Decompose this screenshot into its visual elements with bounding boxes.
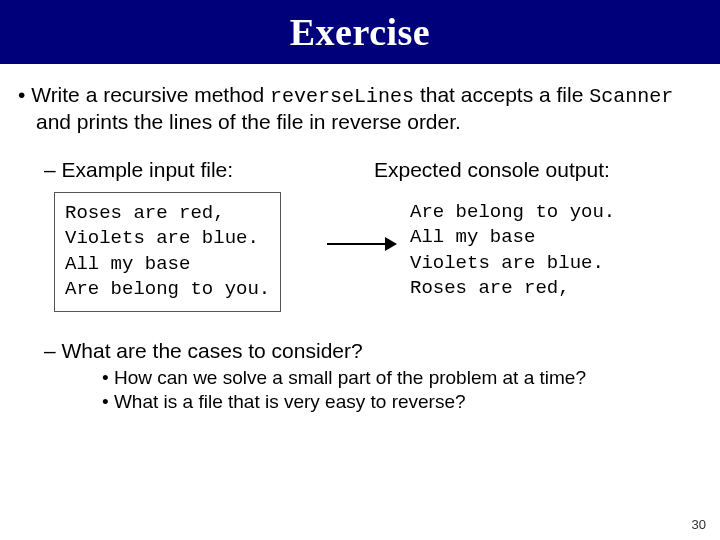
input-code-box: Roses are red, Violets are blue. All my …: [54, 192, 281, 313]
expected-label-wrap: Expected console output:: [374, 157, 702, 183]
slide-title: Exercise: [290, 10, 430, 54]
subq2: What is a file that is very easy to reve…: [102, 390, 702, 414]
cases-question: What are the cases to consider? How can …: [44, 338, 702, 414]
arrow-column: [314, 192, 410, 248]
subq1: How can we solve a small part of the pro…: [102, 366, 702, 390]
example-label: Example input file:: [62, 158, 234, 181]
output-code: Are belong to you. All my base Violets a…: [410, 192, 702, 303]
class-name: Scanner: [589, 85, 673, 108]
slide-body: Write a recursive method reverseLines th…: [0, 64, 720, 414]
bullet-mid: that accepts a file: [414, 83, 589, 106]
example-label-wrap: – Example input file:: [44, 157, 374, 183]
main-bullet-list: Write a recursive method reverseLines th…: [18, 82, 702, 135]
expected-label: Expected console output:: [374, 158, 610, 181]
example-row: Roses are red, Violets are blue. All my …: [54, 192, 702, 313]
bullet-lead: Write a recursive method: [31, 83, 270, 106]
main-bullet: Write a recursive method reverseLines th…: [18, 82, 702, 135]
sub-question-list: How can we solve a small part of the pro…: [62, 366, 702, 414]
bullet-tail: and prints the lines of the file in reve…: [36, 110, 461, 133]
input-column: Roses are red, Violets are blue. All my …: [54, 192, 314, 313]
title-bar: Exercise: [0, 0, 720, 64]
question-list: What are the cases to consider? How can …: [18, 338, 702, 414]
slide: Exercise Write a recursive method revers…: [0, 0, 720, 540]
arrow-icon: [327, 240, 397, 248]
page-number: 30: [692, 517, 706, 532]
method-name: reverseLines: [270, 85, 414, 108]
cases-question-text: What are the cases to consider?: [62, 339, 363, 362]
output-column: Are belong to you. All my base Violets a…: [410, 192, 702, 303]
example-header-row: – Example input file: Expected console o…: [44, 157, 702, 183]
